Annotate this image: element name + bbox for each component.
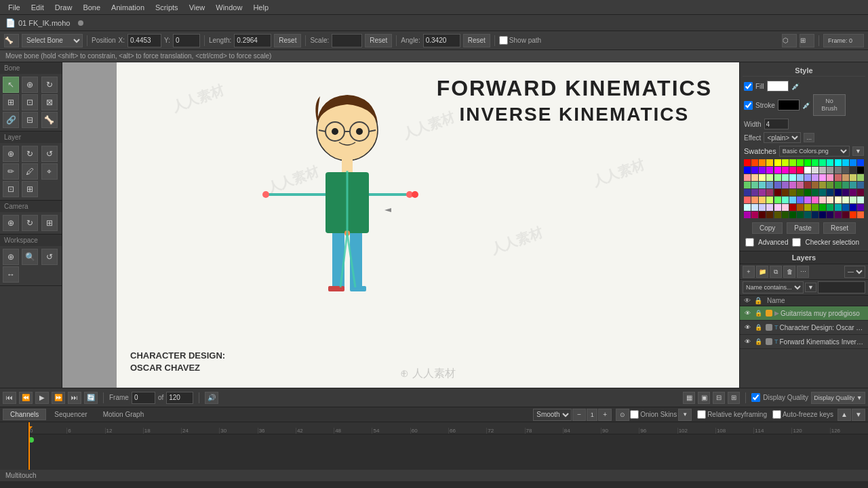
reset3-btn[interactable]: Reset — [463, 34, 490, 47]
bone-tool-7[interactable]: 🔗 — [3, 112, 19, 128]
camera-tool-1[interactable]: ⊕ — [3, 215, 19, 231]
color-cell-7[interactable] — [797, 159, 804, 166]
color-cell-121[interactable] — [812, 211, 818, 218]
color-cell-9[interactable] — [812, 159, 818, 166]
color-cell-64[interactable] — [744, 189, 751, 196]
color-cell-57[interactable] — [812, 182, 818, 188]
bone-tool-6[interactable]: ⊠ — [41, 94, 58, 110]
auto-freeze-checkbox[interactable] — [772, 410, 781, 419]
color-cell-87[interactable] — [797, 197, 804, 203]
workspace-tool-3[interactable]: ↺ — [41, 249, 58, 265]
tl-play-fwd-btn[interactable]: ⏩ — [52, 392, 65, 404]
reset-style-btn[interactable]: Reset — [823, 222, 856, 234]
color-cell-5[interactable] — [782, 159, 789, 166]
color-cell-60[interactable] — [835, 182, 842, 188]
color-cell-72[interactable] — [804, 189, 811, 196]
tl-start-btn[interactable]: ⏮ — [3, 392, 16, 404]
color-cell-52[interactable] — [774, 182, 781, 188]
color-cell-82[interactable] — [759, 197, 766, 203]
menu-scripts[interactable]: Scripts — [150, 2, 184, 13]
color-cell-49[interactable] — [751, 182, 758, 188]
layer-1-lock[interactable]: 🔒 — [753, 323, 763, 332]
color-cell-69[interactable] — [782, 189, 789, 196]
color-cell-37[interactable] — [782, 174, 789, 181]
color-cell-36[interactable] — [774, 174, 781, 181]
icon-btn1[interactable]: ⬡ — [782, 34, 797, 47]
color-cell-39[interactable] — [797, 174, 804, 181]
tl-tab-channels[interactable]: Channels — [3, 409, 46, 420]
color-cell-91[interactable] — [827, 197, 833, 203]
color-cell-55[interactable] — [797, 182, 804, 188]
color-cell-28[interactable] — [835, 167, 842, 174]
menu-edit[interactable]: Edit — [26, 2, 50, 13]
reset2-btn[interactable]: Reset — [365, 34, 392, 47]
color-cell-74[interactable] — [819, 189, 826, 196]
color-cell-70[interactable] — [789, 189, 796, 196]
color-cell-123[interactable] — [827, 211, 833, 218]
color-cell-108[interactable] — [835, 204, 842, 211]
color-cell-118[interactable] — [789, 211, 796, 218]
color-cell-61[interactable] — [842, 182, 849, 188]
tl-audio-btn[interactable]: 🔊 — [205, 392, 218, 404]
color-cell-116[interactable] — [774, 211, 781, 218]
color-cell-44[interactable] — [835, 174, 842, 181]
fill-checkbox[interactable] — [744, 82, 753, 91]
color-cell-114[interactable] — [759, 211, 766, 218]
color-cell-66[interactable] — [759, 189, 766, 196]
color-cell-31[interactable] — [857, 167, 864, 174]
color-cell-76[interactable] — [835, 189, 842, 196]
color-cell-77[interactable] — [842, 189, 849, 196]
playhead[interactable] — [28, 422, 30, 470]
color-cell-48[interactable] — [744, 182, 751, 188]
color-cell-13[interactable] — [842, 159, 849, 166]
workspace-tool-4[interactable]: ↔ — [3, 266, 19, 283]
x-input[interactable] — [127, 34, 161, 47]
color-cell-85[interactable] — [782, 197, 789, 203]
color-cell-34[interactable] — [759, 174, 766, 181]
color-cell-84[interactable] — [774, 197, 781, 203]
tl-tab-sequencer[interactable]: Sequencer — [47, 409, 94, 420]
layer-tool-3[interactable]: ↺ — [41, 146, 58, 162]
color-cell-100[interactable] — [774, 204, 781, 211]
angle-input[interactable] — [423, 34, 460, 47]
color-cell-93[interactable] — [842, 197, 849, 203]
color-cell-38[interactable] — [789, 174, 796, 181]
color-cell-80[interactable] — [744, 197, 751, 203]
color-cell-92[interactable] — [835, 197, 842, 203]
tl-display-quality-dropdown[interactable]: Display Quality ▼ — [811, 392, 865, 404]
no-brush-btn[interactable]: NoBrush — [813, 94, 846, 116]
color-cell-113[interactable] — [751, 211, 758, 218]
color-cell-115[interactable] — [766, 211, 773, 218]
tl-onion-icon[interactable]: ⊙ — [616, 409, 629, 421]
copy-style-btn[interactable]: Copy — [752, 222, 783, 234]
color-cell-90[interactable] — [819, 197, 826, 203]
tool-select[interactable]: Select Bone — [22, 34, 83, 47]
color-cell-59[interactable] — [827, 182, 833, 188]
color-cell-88[interactable] — [804, 197, 811, 203]
color-cell-29[interactable] — [842, 167, 849, 174]
color-cell-27[interactable] — [827, 167, 833, 174]
tl-tab-motion[interactable]: Motion Graph — [96, 409, 152, 420]
color-cell-18[interactable] — [759, 167, 766, 174]
tl-plus-btn[interactable]: + — [598, 409, 612, 421]
color-cell-119[interactable] — [797, 211, 804, 218]
tl-visible-checkbox[interactable] — [751, 393, 760, 402]
color-cell-51[interactable] — [766, 182, 773, 188]
color-cell-86[interactable] — [789, 197, 796, 203]
swatch-more-btn[interactable]: ▼ — [852, 146, 864, 156]
bone-tool-2[interactable]: ⊕ — [22, 77, 38, 93]
timeline-content[interactable]: 0612182430364248546066727884909610210811… — [0, 422, 868, 470]
bone-tool-5[interactable]: ⊡ — [22, 94, 38, 110]
workspace-tool-1[interactable]: ⊕ — [3, 249, 19, 265]
color-cell-12[interactable] — [835, 159, 842, 166]
color-cell-95[interactable] — [857, 197, 864, 203]
color-cell-50[interactable] — [759, 182, 766, 188]
color-cell-110[interactable] — [850, 204, 856, 211]
color-cell-2[interactable] — [759, 159, 766, 166]
color-cell-68[interactable] — [774, 189, 781, 196]
color-cell-67[interactable] — [766, 189, 773, 196]
layer-0-eye[interactable]: 👁 — [743, 308, 752, 318]
color-cell-79[interactable] — [857, 189, 864, 196]
color-cell-17[interactable] — [751, 167, 758, 174]
color-cell-112[interactable] — [744, 211, 751, 218]
